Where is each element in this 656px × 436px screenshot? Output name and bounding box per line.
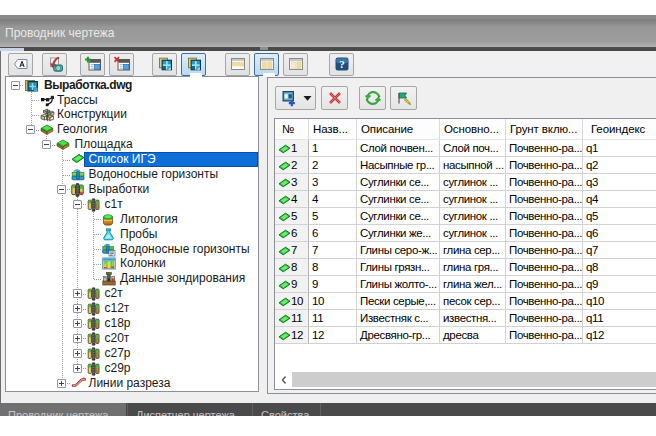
svg-text:?: ? (339, 58, 345, 70)
